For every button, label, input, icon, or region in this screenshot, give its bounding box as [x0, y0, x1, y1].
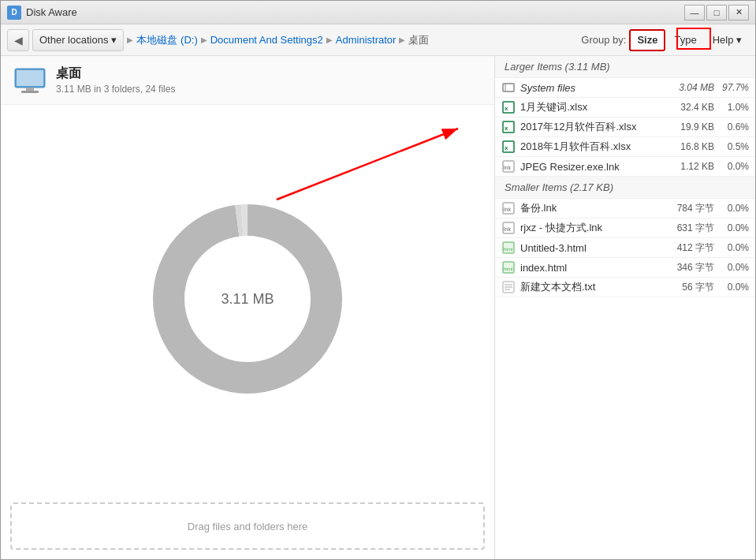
file-size: 19.9 KB — [667, 121, 714, 133]
svg-text:html: html — [504, 267, 512, 271]
file-size: 631 字节 — [667, 222, 714, 235]
file-pct: 0.0% — [721, 222, 749, 233]
xlsx-icon: x — [501, 100, 516, 114]
location-label: Other locations — [39, 34, 108, 46]
lnk-icon: lnk — [501, 201, 516, 215]
title-bar: D Disk Aware — □ ✕ — [1, 1, 755, 24]
system-icon — [501, 80, 516, 95]
table-row[interactable]: x 2018年1月软件百科.xlsx 16.8 KB 0.5% — [495, 137, 755, 157]
svg-text:x: x — [505, 105, 508, 112]
file-size: 16.8 KB — [667, 141, 714, 152]
file-name: 备份.lnk — [520, 201, 661, 215]
drop-zone-label: Drag files and folders here — [188, 521, 307, 532]
file-pct: 0.0% — [721, 262, 749, 273]
file-name: JPEG Resizer.exe.lnk — [520, 161, 661, 173]
file-size: 56 字节 — [667, 281, 714, 294]
smaller-items-list: lnk 备份.lnk 784 字节 0.0% lnk rjxz - 快捷方式.l… — [495, 199, 755, 297]
breadcrumb-dir1[interactable]: Document And Settings2 — [210, 34, 323, 46]
folder-icon — [13, 67, 47, 94]
file-name: 1月关键词.xlsx — [520, 100, 661, 114]
donut-label: 3.11 MB — [221, 291, 274, 308]
dropdown-icon: ▾ — [111, 34, 117, 46]
file-pct: 0.5% — [721, 141, 749, 152]
file-size: 784 字节 — [667, 202, 714, 215]
drop-zone[interactable]: Drag files and folders here — [10, 502, 485, 550]
folder-meta: 3.11 MB in 3 folders, 24 files — [56, 84, 175, 95]
left-panel: 桌面 3.11 MB in 3 folders, 24 files — [1, 56, 495, 559]
svg-rect-4 — [21, 91, 39, 93]
svg-line-10 — [277, 129, 458, 200]
lnk-icon: lnk — [501, 159, 516, 174]
svg-text:lnk: lnk — [504, 207, 511, 212]
file-pct: 0.0% — [721, 161, 749, 172]
window-title: Disk Aware — [26, 6, 684, 18]
file-name: 2018年1月软件百科.xlsx — [520, 140, 661, 154]
table-row[interactable]: System files 3.04 MB 97.7% — [495, 78, 755, 98]
table-row[interactable]: 新建文本文档.txt 56 字节 0.0% — [495, 278, 755, 297]
file-pct: 0.0% — [721, 282, 749, 293]
table-row[interactable]: html index.html 346 字节 0.0% — [495, 258, 755, 278]
table-row[interactable]: lnk rjxz - 快捷方式.lnk 631 字节 0.0% — [495, 218, 755, 238]
table-row[interactable]: lnk JPEG Resizer.exe.lnk 1.12 KB 0.0% — [495, 157, 755, 177]
maximize-button[interactable]: □ — [706, 5, 727, 21]
file-name: System files — [520, 82, 661, 94]
breadcrumb-current: 桌面 — [408, 33, 429, 47]
breadcrumb-dir2[interactable]: Administrator — [336, 34, 397, 46]
menu-area: Group by: Size Type Help ▾ — [581, 29, 749, 51]
lnk-icon: lnk — [501, 221, 516, 235]
file-name: 2017年12月软件百科.xlsx — [520, 120, 661, 134]
svg-text:x: x — [505, 144, 508, 151]
file-size: 3.04 MB — [667, 82, 714, 93]
folder-header: 桌面 3.11 MB in 3 folders, 24 files — [1, 56, 494, 105]
type-menu-button[interactable]: Type — [667, 29, 703, 51]
donut-chart: 3.11 MB — [145, 196, 350, 401]
file-name: rjxz - 快捷方式.lnk — [520, 221, 661, 235]
svg-text:lnk: lnk — [504, 226, 511, 232]
file-name: 新建文本文档.txt — [520, 280, 661, 294]
xlsx-icon: x — [501, 120, 516, 134]
file-size: 1.12 KB — [667, 161, 714, 172]
svg-text:html: html — [504, 247, 512, 252]
size-menu-button[interactable]: Size — [629, 29, 665, 51]
txt-icon — [501, 280, 516, 294]
folder-name: 桌面 — [56, 65, 175, 82]
file-pct: 0.0% — [721, 242, 749, 253]
smaller-items-header: Smaller Items (2.17 KB) — [495, 177, 755, 199]
group-by-label: Group by: — [581, 34, 626, 46]
file-size: 412 字节 — [667, 241, 714, 255]
file-pct: 1.0% — [721, 102, 749, 113]
file-name: Untitled-3.html — [520, 242, 661, 254]
larger-items-list: System files 3.04 MB 97.7% x 1月关键词.xlsx … — [495, 78, 755, 177]
file-pct: 0.0% — [721, 203, 749, 214]
table-row[interactable]: html Untitled-3.html 412 字节 0.0% — [495, 238, 755, 258]
content-area: 桌面 3.11 MB in 3 folders, 24 files — [1, 56, 755, 559]
svg-rect-3 — [26, 88, 34, 91]
chart-area: 3.11 MB — [1, 105, 494, 493]
window-controls: — □ ✕ — [684, 5, 749, 21]
help-menu-button[interactable]: Help ▾ — [706, 29, 749, 51]
table-row[interactable]: x 2017年12月软件百科.xlsx 19.9 KB 0.6% — [495, 118, 755, 137]
table-row[interactable]: x 1月关键词.xlsx 32.4 KB 1.0% — [495, 98, 755, 118]
file-pct: 0.6% — [721, 121, 749, 133]
file-size: 32.4 KB — [667, 102, 714, 113]
html-icon: html — [501, 241, 516, 255]
breadcrumb-drive[interactable]: 本地磁盘 (D:) — [136, 33, 197, 47]
app-icon: D — [7, 6, 21, 20]
back-button[interactable]: ◀ — [7, 29, 29, 51]
svg-rect-11 — [503, 84, 514, 91]
larger-items-header: Larger Items (3.11 MB) — [495, 56, 755, 78]
xlsx-icon: x — [501, 140, 516, 154]
table-row[interactable]: lnk 备份.lnk 784 字节 0.0% — [495, 199, 755, 218]
location-button[interactable]: Other locations ▾ — [32, 29, 124, 51]
svg-rect-2 — [17, 70, 43, 86]
toolbar: ◀ Other locations ▾ ▶ 本地磁盘 (D:) ▶ Docume… — [1, 24, 755, 56]
svg-text:lnk: lnk — [504, 165, 511, 170]
close-button[interactable]: ✕ — [728, 5, 749, 21]
minimize-button[interactable]: — — [684, 5, 705, 21]
folder-info: 桌面 3.11 MB in 3 folders, 24 files — [56, 65, 175, 95]
file-name: index.html — [520, 262, 661, 274]
file-pct: 97.7% — [721, 82, 749, 93]
breadcrumb: ▶ 本地磁盘 (D:) ▶ Document And Settings2 ▶ A… — [127, 33, 429, 47]
right-panel: Larger Items (3.11 MB) System files 3.04… — [495, 56, 755, 559]
html-icon: html — [501, 260, 516, 274]
